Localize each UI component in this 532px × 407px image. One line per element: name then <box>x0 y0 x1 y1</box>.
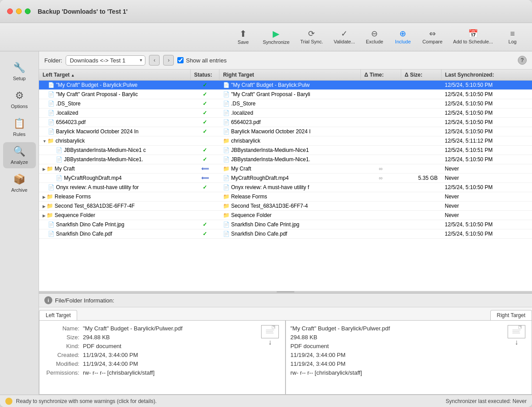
collapse-arrow-icon[interactable]: ▼ <box>43 139 47 143</box>
toolbar-exclude[interactable]: ⊖ Exclude <box>362 28 387 46</box>
expand-arrow-icon[interactable]: ▶ <box>43 204 46 209</box>
left-filename: Second Test_683A1D3E-6FF7-4F <box>55 203 135 209</box>
expand-arrow-icon[interactable]: ▶ <box>43 195 46 199</box>
right-target-cell: 📄 JBBystanderInsta-Medium-Nice1. <box>219 155 360 164</box>
toolbar-save[interactable]: ⬆ Save <box>231 27 256 47</box>
expand-arrow-icon[interactable]: ▶ <box>43 167 46 171</box>
toolbar-validate[interactable]: ✓ Validate... <box>330 28 359 46</box>
table-row[interactable]: 📄 6564023.pdf✓📄 6564023.pdf12/5/24, 5:10… <box>39 118 532 127</box>
add-schedule-icon: 📅 <box>468 30 478 38</box>
maximize-button[interactable] <box>25 8 31 14</box>
help-button[interactable]: ? <box>518 56 527 65</box>
right-filename: JBBystanderInsta-Medium-Nice1. <box>231 156 310 163</box>
sidebar-item-rules[interactable]: 📋 Rules <box>3 114 36 140</box>
folder-select[interactable]: Downloads <-> Test 1 <box>66 55 145 66</box>
expand-arrow-icon[interactable]: ▶ <box>43 213 46 218</box>
file-table-body: 📄 "My Craft" Budget - Barylick:Pulwe✓📄 "… <box>39 81 532 239</box>
right-info-content: "My Craft" Budget - Barylick/Pulwer.pdf … <box>286 320 532 395</box>
col-delta-size[interactable]: Δ Size: <box>401 70 441 81</box>
status-cell: ✓ <box>190 220 219 229</box>
table-row[interactable]: 📄 "My Craft" Grant Proposal - Barylic✓📄 … <box>39 90 532 99</box>
col-last-sync[interactable]: Last Synchronized: <box>441 70 532 81</box>
col-delta-time[interactable]: Δ Time: <box>360 70 401 81</box>
table-row[interactable]: 📄 JBBystanderInsta-Medium-Nice1.✓📄 JBBys… <box>39 155 532 164</box>
include-icon: ⊕ <box>399 30 406 38</box>
status-cell <box>190 211 219 220</box>
last-sync-cell: 12/5/24, 5:10:50 PM <box>441 183 532 192</box>
toolbar-synchronize[interactable]: ▶ Synchronize <box>259 27 293 47</box>
left-created-label: Created: <box>44 352 79 358</box>
left-created-row: Created: 11/19/24, 3:44:00 PM <box>44 352 255 358</box>
table-row[interactable]: ▶📁 My Craft⟸📁 My Craft∞Never <box>39 164 532 174</box>
table-row[interactable]: 📄 MyCraftRoughDraft.mp4⟸📄 MyCraftRoughDr… <box>39 174 532 183</box>
status-cell <box>190 192 219 202</box>
toolbar-log[interactable]: ≡ Log <box>500 28 525 46</box>
left-arrow-icon: ⟸ <box>201 175 209 181</box>
left-tab-header: Left Target <box>39 310 286 320</box>
delta-size-cell <box>401 99 441 109</box>
delta-size-cell <box>401 211 441 220</box>
delta-size-cell <box>401 146 441 155</box>
table-row[interactable]: ▶📁 Release Forms📁 Release FormsNever <box>39 192 532 202</box>
delta-size-cell <box>401 202 441 211</box>
nav-back-button[interactable]: ‹ <box>149 55 160 66</box>
right-target-cell: 📁 Second Test_683A1D3E-6FF7-4 <box>219 202 360 211</box>
table-row[interactable]: 📄 JBBystanderInsta-Medium-Nice1 c✓📄 JBBy… <box>39 146 532 155</box>
save-icon: ⬆ <box>239 29 247 38</box>
right-filename: chrisbarylick <box>231 138 260 144</box>
left-filename: JBBystanderInsta-Medium-Nice1. <box>64 156 143 163</box>
table-row[interactable]: 📄 .localized✓📄 .localized12/5/24, 5:10:5… <box>39 109 532 118</box>
file-table-container[interactable]: Left Target Status: Right Target Δ Time:… <box>39 70 532 291</box>
last-sync-cell: 12/5/24, 5:10:50 PM <box>441 127 532 136</box>
toolbar-include[interactable]: ⊕ Include <box>391 28 415 46</box>
left-info-fields: Name: "My Craft" Budget - Barylick/Pulwe… <box>44 325 255 390</box>
right-preview-arrow-icon: ↓ <box>515 338 518 346</box>
left-filename: Snarkfish Dino Cafe Print.jpg <box>56 221 124 228</box>
table-row[interactable]: 📄 .DS_Store✓📄 .DS_Store12/5/24, 5:10:50 … <box>39 99 532 109</box>
toolbar-add-schedule[interactable]: 📅 Add to Schedule... <box>450 28 497 46</box>
right-target-cell: 📄 6564023.pdf <box>219 118 360 127</box>
status-cell: ✓ <box>190 90 219 99</box>
toolbar-trial-sync[interactable]: ⟳ Trial Sync. <box>297 28 327 46</box>
left-preview-thumb: ↓ <box>259 325 281 346</box>
table-row[interactable]: 📄 Barylick Macworld October 2024 In✓📄 Ba… <box>39 127 532 136</box>
show-all-checkbox[interactable] <box>177 57 184 63</box>
right-target-tab[interactable]: Right Target <box>490 310 532 320</box>
toolbar-compare[interactable]: ⇔ Compare <box>419 28 446 46</box>
sidebar-item-setup[interactable]: 🔧 Setup <box>3 58 36 85</box>
close-button[interactable] <box>7 8 13 14</box>
left-target-tab[interactable]: Left Target <box>39 310 77 320</box>
table-row[interactable]: 📄 Snarkfish Dino Cafe Print.jpg✓📄 Snarkf… <box>39 220 532 229</box>
right-created-value: 11/19/24, 3:44:00 PM <box>290 352 345 358</box>
col-status[interactable]: Status: <box>190 70 219 81</box>
right-filename: Release Forms <box>231 194 267 200</box>
show-all-label[interactable]: Show all entries <box>177 57 227 64</box>
col-right-target[interactable]: Right Target <box>219 70 360 81</box>
bottom-panel-header: i File/Folder Information: <box>39 294 532 307</box>
sidebar-item-options[interactable]: ⚙ Options <box>3 86 36 112</box>
col-left-target[interactable]: Left Target <box>39 70 190 81</box>
minimize-button[interactable] <box>16 8 22 14</box>
sidebar-rules-label: Rules <box>13 132 25 137</box>
right-target-cell: 📁 chrisbarylick <box>219 136 360 146</box>
sidebar-item-analyze[interactable]: 🔍 Analyze <box>3 142 36 168</box>
table-row[interactable]: ▼📁 chrisbarylick📁 chrisbarylick12/5/24, … <box>39 136 532 146</box>
right-name-value: "My Craft" Budget - Barylick/Pulwer.pdf <box>290 325 390 332</box>
bottom-panel: i File/Folder Information: Left Target N… <box>39 293 532 395</box>
right-filename: Onyx review: A must-have utility f <box>231 184 309 190</box>
table-row[interactable]: 📄 "My Craft" Budget - Barylick:Pulwe✓📄 "… <box>39 81 532 90</box>
table-row[interactable]: 📄 Onyx review: A must-have utility for✓📄… <box>39 183 532 192</box>
status-left-text[interactable]: Ready to synchronize with some warnings … <box>16 398 156 404</box>
svg-rect-12 <box>512 331 520 332</box>
delta-time-cell: ∞ <box>360 164 401 174</box>
right-target-cell: 📄 Barylick Macworld October 2024 I <box>219 127 360 136</box>
last-sync-cell: 12/5/24, 5:10:50 PM <box>441 81 532 90</box>
table-row[interactable]: ▶📁 Sequence Folder📁 Sequence FolderNever <box>39 211 532 220</box>
left-arrow-icon: ⟸ <box>201 166 209 172</box>
delta-size-cell <box>401 127 441 136</box>
sidebar-item-archive[interactable]: 📦 Archive <box>3 170 36 196</box>
table-row[interactable]: 📄 Snarkfish Dino Cafe.pdf✓📄 Snarkfish Di… <box>39 229 532 239</box>
nav-forward-button[interactable]: › <box>163 55 174 66</box>
left-kind-row: Kind: PDF document <box>44 343 255 349</box>
table-row[interactable]: ▶📁 Second Test_683A1D3E-6FF7-4F📁 Second … <box>39 202 532 211</box>
